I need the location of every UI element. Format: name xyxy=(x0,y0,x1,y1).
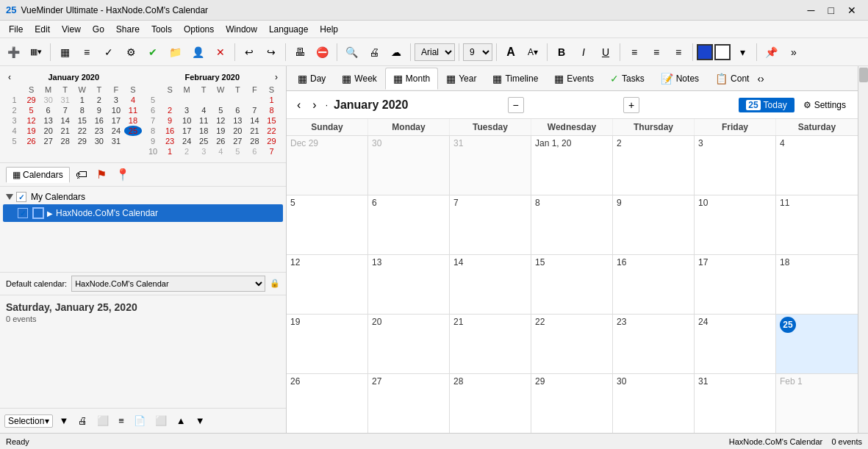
mini-cal-day[interactable]: 3 xyxy=(196,146,212,157)
mini-cal-jan-prev[interactable]: ‹ xyxy=(6,72,13,82)
month-cell[interactable]: 21 xyxy=(450,315,531,373)
menu-item-go[interactable]: Go xyxy=(87,23,110,36)
month-cell[interactable]: 30 xyxy=(368,136,450,195)
font-size-down-button[interactable]: A▾ xyxy=(523,42,543,62)
menu-item-view[interactable]: View xyxy=(56,23,87,36)
mini-cal-day[interactable]: 21 xyxy=(246,126,263,136)
star-button[interactable]: ⚙ xyxy=(121,42,141,62)
mini-cal-day[interactable]: 26 xyxy=(23,136,40,146)
selection-dropdown[interactable]: Selection ▾ xyxy=(4,414,53,428)
color-dropdown-button[interactable]: ▾ xyxy=(732,42,753,62)
mini-cal-day[interactable]: 27 xyxy=(229,136,246,146)
mini-cal-day[interactable]: 29 xyxy=(73,136,90,146)
sync-button[interactable]: ☁ xyxy=(386,42,406,62)
menu-item-window[interactable]: Window xyxy=(220,23,263,36)
mini-cal-day[interactable]: 20 xyxy=(229,126,246,136)
month-cell[interactable]: 13 xyxy=(368,255,450,314)
mini-cal-day[interactable]: 13 xyxy=(229,115,246,126)
print-preview-button[interactable]: 🖶 xyxy=(290,42,310,62)
export-button[interactable]: 📄 xyxy=(130,413,149,428)
zoom-in-button[interactable]: + xyxy=(623,97,639,113)
mini-cal-day[interactable]: 9 xyxy=(162,115,179,126)
mini-cal-day[interactable]: 25 xyxy=(196,136,212,146)
mini-cal-day[interactable]: 20 xyxy=(40,126,57,136)
bold-button[interactable]: B xyxy=(551,42,572,62)
mini-cal-day[interactable]: 17 xyxy=(179,126,196,136)
mini-cal-day[interactable]: 22 xyxy=(73,126,90,136)
align-left-button[interactable]: ≡ xyxy=(624,42,645,62)
mini-cal-day[interactable]: 14 xyxy=(246,115,263,126)
tab-contacts[interactable]: 📋 Cont xyxy=(707,68,757,90)
month-cell[interactable]: 8 xyxy=(531,195,613,254)
print-sel-button[interactable]: 🖨 xyxy=(74,413,91,428)
mini-cal-day[interactable]: 28 xyxy=(57,136,73,146)
mini-cal-day[interactable]: 1 xyxy=(162,146,179,157)
menu-item-tools[interactable]: Tools xyxy=(146,23,178,36)
filter-button[interactable]: ▼ xyxy=(55,413,72,428)
mini-cal-day[interactable]: 11 xyxy=(196,115,212,126)
mini-cal-day[interactable]: 28 xyxy=(246,136,263,146)
undo-button[interactable]: ↩ xyxy=(239,42,259,62)
person-button[interactable]: 👤 xyxy=(187,42,209,62)
mini-cal-day[interactable]: 5 xyxy=(212,105,229,115)
mini-cal-day[interactable]: 12 xyxy=(212,115,229,126)
mini-cal-day[interactable]: 29 xyxy=(263,136,280,146)
location-icon-button[interactable]: 📍 xyxy=(112,166,133,183)
tab-scroll-right[interactable]: › xyxy=(761,73,764,85)
mini-cal-day[interactable]: 17 xyxy=(107,115,124,126)
delete-button[interactable]: ✕ xyxy=(210,42,231,62)
mini-cal-day[interactable]: 21 xyxy=(57,126,73,136)
mini-cal-day[interactable]: 10 xyxy=(179,115,196,126)
nav-down-button[interactable]: ▼ xyxy=(192,413,209,428)
month-cell[interactable]: Feb 1 xyxy=(776,374,858,433)
mini-cal-day[interactable] xyxy=(124,136,141,146)
mini-cal-day[interactable]: 19 xyxy=(212,126,229,136)
mini-cal-day[interactable]: 23 xyxy=(162,136,179,146)
month-cell[interactable]: 31 xyxy=(695,374,776,433)
cal-prev-button[interactable]: ‹ xyxy=(294,97,304,113)
month-cell[interactable]: 24 xyxy=(695,315,776,373)
flag-icon-button[interactable]: ⚑ xyxy=(93,166,110,183)
font-family-select[interactable]: Arial xyxy=(415,43,455,61)
month-cell[interactable]: 11 xyxy=(776,195,858,254)
tag-icon-button[interactable]: 🏷 xyxy=(73,167,90,183)
new-event-button[interactable]: ➕ xyxy=(3,42,24,62)
month-cell[interactable]: 2 xyxy=(613,136,695,195)
month-cell[interactable]: 18 xyxy=(776,255,858,314)
mini-cal-day[interactable]: 7 xyxy=(263,146,280,157)
mini-cal-day[interactable] xyxy=(196,95,212,105)
mini-cal-day[interactable]: 30 xyxy=(90,136,107,146)
month-cell[interactable]: 10 xyxy=(695,195,776,254)
mini-cal-feb-next[interactable]: › xyxy=(273,72,280,82)
mini-cal-day[interactable]: 14 xyxy=(57,115,73,126)
mini-cal-day[interactable]: 27 xyxy=(40,136,57,146)
month-cell[interactable]: 23 xyxy=(613,315,695,373)
calendar-item-checkbox[interactable] xyxy=(18,208,28,218)
settings-button[interactable]: ⚙ Settings xyxy=(799,98,850,112)
calendar-item[interactable]: ▶ HaxNode.CoM's Calendar xyxy=(3,204,283,222)
mini-cal-day[interactable]: 6 xyxy=(246,146,263,157)
mini-cal-day[interactable]: 2 xyxy=(162,105,179,115)
mini-cal-day[interactable]: 1 xyxy=(73,95,90,105)
tab-notes[interactable]: 📝 Notes xyxy=(653,68,707,90)
font-size-up-button[interactable]: A xyxy=(501,42,521,62)
month-cell[interactable]: 20 xyxy=(368,315,450,373)
nav-up-button[interactable]: ▲ xyxy=(173,413,190,428)
mini-cal-day[interactable]: 15 xyxy=(263,115,280,126)
default-cal-select[interactable]: HaxNode.CoM's Calendar xyxy=(71,276,265,292)
menu-item-file[interactable]: File xyxy=(3,23,29,36)
print-button[interactable]: ⛔ xyxy=(312,42,333,62)
grid-view-button[interactable]: ▦ xyxy=(54,42,75,62)
month-cell[interactable]: 4 xyxy=(776,136,858,195)
mini-cal-day[interactable]: 29 xyxy=(23,95,40,105)
mini-cal-day[interactable] xyxy=(212,95,229,105)
mini-cal-day[interactable]: 6 xyxy=(229,105,246,115)
underline-button[interactable]: U xyxy=(595,42,616,62)
color-border-button[interactable] xyxy=(714,44,731,60)
month-cell[interactable]: 14 xyxy=(450,255,531,314)
mini-cal-day[interactable]: 11 xyxy=(124,105,141,115)
tab-week[interactable]: ▦ Week xyxy=(334,68,384,90)
mini-cal-day[interactable]: 24 xyxy=(107,126,124,136)
mini-cal-day[interactable]: 10 xyxy=(107,105,124,115)
mini-cal-day[interactable]: 15 xyxy=(73,115,90,126)
